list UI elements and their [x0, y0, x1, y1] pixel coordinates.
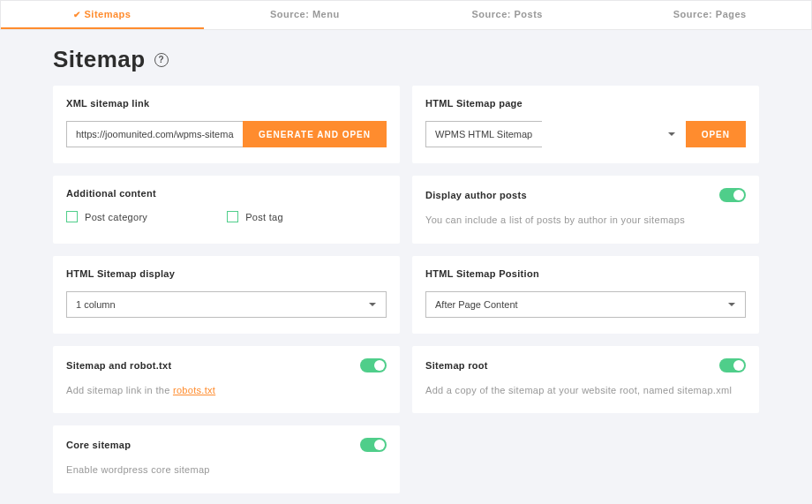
core-desc: Enable wordpress core sitemap [66, 463, 387, 478]
html-display-select[interactable]: 1 column [66, 291, 387, 318]
author-desc: You can include a list of posts by autho… [425, 213, 746, 228]
robots-desc-text: Add sitemap link in the [66, 385, 173, 395]
core-toggle[interactable] [360, 438, 387, 452]
html-sitemap-page-card: HTML Sitemap page WPMS HTML Sitemap OPEN [412, 86, 759, 163]
tab-source-posts[interactable]: Source: Posts [406, 1, 609, 29]
tab-source-menu[interactable]: Source: Menu [204, 1, 407, 29]
root-label: Sitemap root [425, 360, 488, 371]
tab-sitemaps[interactable]: ✔Sitemaps [1, 1, 204, 29]
tab-source-pages[interactable]: Source: Pages [609, 1, 812, 29]
checkbox-icon [66, 211, 78, 222]
html-position-select[interactable]: After Page Content [425, 291, 746, 318]
tab-label: Sitemaps [85, 9, 132, 19]
post-tag-checkbox[interactable]: Post tag [227, 211, 283, 222]
xml-label: XML sitemap link [66, 98, 387, 109]
open-button[interactable]: OPEN [686, 121, 746, 147]
display-label: HTML Sitemap display [66, 268, 387, 279]
html-position-card: HTML Sitemap Position After Page Content [412, 256, 759, 334]
robots-label: Sitemap and robot.txt [66, 360, 171, 371]
core-sitemap-card: Core sitemap Enable wordpress core sitem… [53, 425, 400, 493]
settings-grid: XML sitemap link GENERATE AND OPEN HTML … [0, 86, 812, 504]
core-label: Core sitemap [66, 440, 131, 450]
author-toggle[interactable] [719, 188, 746, 202]
page-title: Sitemap ? [0, 30, 812, 86]
root-desc: Add a copy of the sitemap at your websit… [425, 383, 746, 398]
display-author-card: Display author posts You can include a l… [412, 176, 759, 244]
author-label: Display author posts [425, 190, 527, 200]
html-page-label: HTML Sitemap page [425, 98, 746, 109]
root-toggle[interactable] [719, 358, 746, 372]
position-label: HTML Sitemap Position [425, 268, 746, 279]
generate-open-button[interactable]: GENERATE AND OPEN [243, 121, 387, 147]
robots-toggle[interactable] [360, 358, 387, 372]
checkbox-label: Post tag [245, 212, 283, 222]
xml-sitemap-input[interactable] [66, 121, 243, 147]
html-display-card: HTML Sitemap display 1 column [53, 256, 400, 334]
robots-desc: Add sitemap link in the robots.txt [66, 383, 387, 398]
checkbox-label: Post category [85, 212, 147, 222]
help-icon[interactable]: ? [154, 53, 169, 67]
additional-content-card: Additional content Post category Post ta… [53, 176, 400, 244]
tabs-bar: ✔Sitemaps Source: Menu Source: Posts Sou… [0, 0, 812, 30]
checkbox-icon [227, 211, 238, 222]
post-category-checkbox[interactable]: Post category [66, 211, 147, 222]
additional-label: Additional content [66, 188, 387, 199]
robots-link[interactable]: robots.txt [173, 385, 215, 395]
robots-card: Sitemap and robot.txt Add sitemap link i… [53, 346, 400, 414]
page-title-text: Sitemap [53, 46, 146, 73]
check-icon: ✔ [73, 10, 81, 19]
sitemap-root-card: Sitemap root Add a copy of the sitemap a… [412, 346, 759, 414]
html-sitemap-select[interactable]: WPMS HTML Sitemap [425, 121, 542, 147]
xml-sitemap-card: XML sitemap link GENERATE AND OPEN [53, 86, 400, 163]
